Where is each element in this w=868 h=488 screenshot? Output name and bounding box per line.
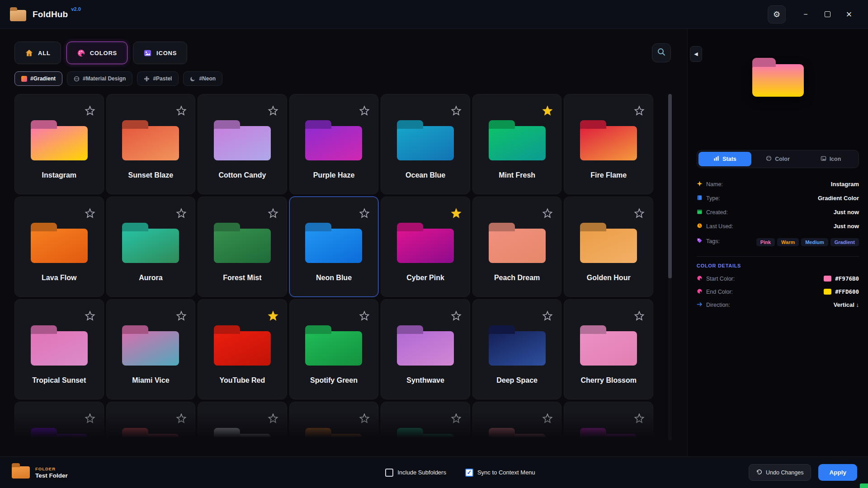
- sync-context-menu-checkbox[interactable]: ✓: [465, 469, 473, 477]
- star-icon[interactable]: [451, 310, 462, 321]
- star-icon[interactable]: [85, 310, 95, 321]
- star-icon[interactable]: [451, 208, 462, 219]
- folder-card[interactable]: Cherry Blossom: [564, 299, 653, 399]
- search-button[interactable]: [652, 43, 671, 62]
- folder-card[interactable]: Golden Hour: [564, 197, 653, 297]
- star-icon[interactable]: [451, 413, 462, 424]
- star-icon[interactable]: [542, 413, 553, 424]
- folder-card[interactable]: Miami Vice: [106, 299, 196, 399]
- star-icon[interactable]: [268, 105, 278, 116]
- tab-colors[interactable]: COLORS: [66, 42, 127, 64]
- folder-card[interactable]: Ocean Blue: [381, 94, 470, 194]
- star-icon[interactable]: [176, 208, 187, 219]
- star-icon[interactable]: [268, 208, 278, 219]
- folder-card[interactable]: [289, 402, 379, 441]
- folder-icon: [580, 126, 637, 160]
- star-icon[interactable]: [542, 105, 553, 116]
- close-button[interactable]: ×: [840, 5, 858, 23]
- folder-card[interactable]: [381, 402, 470, 441]
- folder-card[interactable]: Deep Space: [472, 299, 562, 399]
- undo-changes-button[interactable]: Undo Changes: [749, 464, 811, 481]
- filter-material-design[interactable]: #Material Design: [67, 71, 132, 86]
- home-icon: [25, 49, 33, 57]
- filter-gradient[interactable]: #Gradient: [14, 71, 62, 86]
- star-icon[interactable]: [85, 208, 95, 219]
- folder-name: Ocean Blue: [381, 171, 470, 179]
- star-icon[interactable]: [634, 208, 645, 219]
- search-icon: [657, 47, 666, 58]
- tab-icon[interactable]: Icon: [804, 152, 857, 166]
- star-icon[interactable]: [542, 310, 553, 321]
- star-icon[interactable]: [176, 310, 187, 321]
- star-icon[interactable]: [634, 310, 645, 321]
- folder-card[interactable]: Purple Haze: [289, 94, 379, 194]
- star-icon[interactable]: [359, 310, 370, 321]
- end-color-swatch: [824, 289, 831, 295]
- folder-card[interactable]: Sunset Blaze: [106, 94, 196, 194]
- folder-card[interactable]: Fire Flame: [564, 94, 653, 194]
- star-icon[interactable]: [359, 208, 370, 219]
- checkbox[interactable]: ✓ Sync to Context Menu: [465, 469, 535, 477]
- folder-card[interactable]: YouTube Red: [198, 299, 287, 399]
- tab-icons[interactable]: ICONS: [133, 42, 187, 64]
- folder-card[interactable]: Peach Dream: [472, 197, 562, 297]
- star-icon[interactable]: [85, 105, 95, 116]
- maximize-button[interactable]: [818, 5, 836, 23]
- star-icon[interactable]: [176, 413, 187, 424]
- folder-card[interactable]: Instagram: [14, 94, 104, 194]
- folder-card[interactable]: [564, 402, 653, 441]
- star-icon[interactable]: [268, 413, 278, 424]
- main-content: ALL COLORS ICONS #Gradient #M: [0, 29, 687, 456]
- book-icon: [697, 194, 703, 202]
- folder-card[interactable]: Cyber Pink: [381, 197, 470, 297]
- folder-card[interactable]: Lava Flow: [14, 197, 104, 297]
- folder-card[interactable]: Mint Fresh: [472, 94, 562, 194]
- folder-name: Instagram: [15, 171, 104, 179]
- folder-card[interactable]: Forest Mist: [198, 197, 287, 297]
- folder-grid-viewport: Instagram Sunset Blaze Cotton Candy Purp…: [14, 94, 653, 441]
- settings-button[interactable]: ⚙: [768, 5, 786, 23]
- star-icon[interactable]: [634, 105, 645, 116]
- tab-stats[interactable]: Stats: [698, 152, 751, 166]
- star-icon[interactable]: [85, 413, 95, 424]
- folder-card[interactable]: [14, 402, 104, 441]
- folder-name: Cotton Candy: [198, 171, 287, 179]
- color-details-panel: Start Color: #F976B0 End Color: #FFD600 …: [697, 272, 859, 311]
- star-icon[interactable]: [359, 105, 370, 116]
- folder-icon: [214, 126, 271, 160]
- app-version: v2.0: [71, 6, 80, 12]
- star-icon[interactable]: [451, 105, 462, 116]
- filter-neon[interactable]: #Neon: [183, 71, 222, 86]
- minimize-button[interactable]: −: [797, 5, 815, 23]
- star-icon[interactable]: [542, 208, 553, 219]
- folder-name: Lava Flow: [15, 274, 104, 282]
- folder-icon: [122, 434, 179, 441]
- folder-card[interactable]: Tropical Sunset: [14, 299, 104, 399]
- star-icon[interactable]: [176, 105, 187, 116]
- tab-all[interactable]: ALL: [14, 42, 61, 64]
- folder-card[interactable]: Aurora: [106, 197, 196, 297]
- collapse-panel-button[interactable]: ◀: [690, 46, 702, 62]
- folder-card[interactable]: [472, 402, 562, 441]
- scrollbar-thumb[interactable]: [668, 94, 672, 278]
- folder-card[interactable]: Neon Blue: [289, 197, 379, 297]
- end-color-hex: #FFD600: [835, 288, 859, 295]
- apply-button[interactable]: Apply: [818, 464, 857, 481]
- checkbox[interactable]: ✓ Include Subfolders: [385, 469, 446, 477]
- folder-icon: [580, 331, 637, 366]
- start-color-swatch: [824, 276, 831, 282]
- folder-card[interactable]: Spotify Green: [289, 299, 379, 399]
- folder-name: Mint Fresh: [473, 171, 561, 179]
- star-icon[interactable]: [359, 413, 370, 424]
- folder-card[interactable]: Cotton Candy: [198, 94, 287, 194]
- star-icon[interactable]: [268, 310, 278, 321]
- star-icon[interactable]: [634, 413, 645, 424]
- tab-color[interactable]: Color: [751, 152, 804, 166]
- include-subfolders-checkbox[interactable]: ✓: [385, 469, 393, 477]
- scrollbar-track[interactable]: [668, 94, 672, 441]
- folder-card[interactable]: Synthwave: [381, 299, 470, 399]
- filter-pastel[interactable]: #Pastel: [137, 71, 179, 86]
- stat-row-type: Type: Gradient Color: [697, 191, 859, 205]
- folder-card[interactable]: [198, 402, 287, 441]
- folder-card[interactable]: [106, 402, 196, 441]
